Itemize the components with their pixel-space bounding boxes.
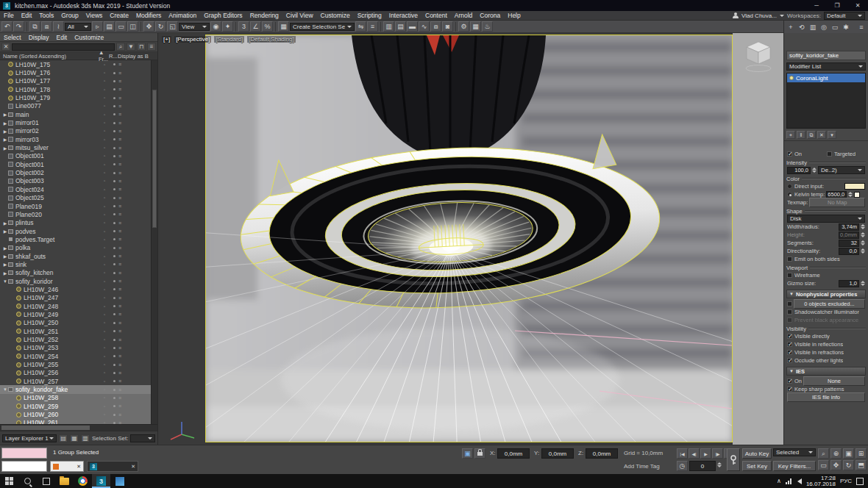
display-mode-cell[interactable]: ≡ xyxy=(118,212,151,217)
display-column-header[interactable]: Display as B xyxy=(118,53,150,60)
renderable-toggle[interactable] xyxy=(110,155,118,157)
frozen-toggle[interactable]: ▫ xyxy=(99,404,110,409)
renderable-toggle[interactable] xyxy=(110,213,118,215)
menu-scripting[interactable]: Scripting xyxy=(354,12,385,19)
menu-views[interactable]: Views xyxy=(82,12,107,19)
percent-snap-icon[interactable]: % xyxy=(262,21,273,32)
start-button[interactable] xyxy=(0,474,18,488)
use-pivot-point-center-icon[interactable]: ◉ xyxy=(210,21,221,32)
checkbox-visible-in-refractions[interactable]: Visible in refractions xyxy=(787,349,844,356)
renderable-toggle[interactable] xyxy=(110,372,118,374)
display-mode-cell[interactable]: ≡ xyxy=(118,295,151,301)
value-field[interactable]: 6500,0 xyxy=(826,191,847,198)
tree-row-plane020[interactable]: Plane020▫≡ xyxy=(0,210,151,218)
value-field[interactable]: 0,0mm xyxy=(839,232,859,239)
renderable-toggle[interactable] xyxy=(110,280,118,282)
display-mode-cell[interactable]: ≡ xyxy=(118,229,151,234)
vertical-scrollbar[interactable] xyxy=(151,60,157,424)
key-selection-dropdown[interactable]: Selected xyxy=(773,448,816,456)
lock-explorer-icon[interactable]: ⊓ xyxy=(137,43,146,51)
display-mode-cell[interactable]: ≡ xyxy=(118,179,151,184)
display-mode-cell[interactable]: ≡ xyxy=(118,104,151,109)
frozen-toggle[interactable]: ▫ xyxy=(99,229,110,234)
frozen-toggle[interactable]: ▫ xyxy=(99,270,110,275)
reference-coordinate-system-dropdown[interactable]: View xyxy=(179,23,210,31)
close-icon[interactable]: ✕ xyxy=(131,464,135,470)
menu-rendering[interactable]: Rendering xyxy=(246,12,282,19)
renderable-toggle[interactable] xyxy=(110,113,118,115)
render-production-icon[interactable]: ♨ xyxy=(482,21,493,32)
named-selection-sets-dropdown[interactable]: Create Selection Se xyxy=(290,23,355,31)
display-mode-cell[interactable]: ≡ xyxy=(118,146,151,151)
play-button[interactable]: ▶ xyxy=(700,448,711,459)
frozen-toggle[interactable]: ▫ xyxy=(99,237,110,242)
expand-icon[interactable]: ▶ xyxy=(2,129,8,134)
renderable-toggle[interactable] xyxy=(110,205,118,207)
checkbox-on[interactable]: On xyxy=(787,378,802,384)
spinner[interactable] xyxy=(861,281,865,286)
tree-row-lh10w-175[interactable]: LH10W_175▫≡ xyxy=(0,60,151,68)
select-and-manipulate-icon[interactable]: ✦ xyxy=(222,21,233,32)
tree-row-lh10w-259[interactable]: LH10W_259▫≡ xyxy=(0,402,151,410)
explorer-footer-icon-1[interactable]: ▤ xyxy=(59,434,68,442)
scrollbar-thumb[interactable] xyxy=(152,90,157,228)
user-name[interactable]: Vlad Chuva... xyxy=(741,12,777,19)
value-field[interactable]: 1,0 xyxy=(839,280,859,287)
tree-row-mirror03[interactable]: ▶mirror03▫≡ xyxy=(0,135,151,143)
frozen-toggle[interactable]: ▫ xyxy=(99,279,110,284)
tree-row-lh10w-255[interactable]: LH10W_255▫≡ xyxy=(0,360,151,368)
explorer-menu-display[interactable]: Display xyxy=(25,34,53,41)
tree-row-plintus[interactable]: ▶plintus▫≡ xyxy=(0,219,151,227)
clear-search-icon[interactable]: ✕ xyxy=(1,43,10,51)
coord-y-field[interactable]: 0,0mm xyxy=(541,448,574,459)
selection-filter-dropdown[interactable]: All xyxy=(65,23,91,31)
renderable-toggle[interactable] xyxy=(110,389,118,391)
intensity-units-dropdown[interactable]: De..2) xyxy=(818,166,865,174)
view-cube[interactable] xyxy=(742,39,775,74)
snaps-toggle-icon[interactable]: 3 xyxy=(238,21,249,32)
frozen-toggle[interactable]: ▫ xyxy=(99,104,110,108)
checkbox-occlude-other-lights[interactable]: Occlude other lights xyxy=(787,357,843,364)
tree-row-sink[interactable]: ▶sink▫≡ xyxy=(0,260,151,268)
chrome-icon[interactable] xyxy=(74,474,92,488)
renderable-toggle[interactable] xyxy=(110,355,118,357)
horizontal-scrollbar[interactable] xyxy=(0,424,157,431)
spinner[interactable] xyxy=(861,248,865,254)
frozen-toggle[interactable]: ▫ xyxy=(99,212,110,217)
menu-customize[interactable]: Customize xyxy=(317,12,354,19)
display-mode-cell[interactable]: ≡ xyxy=(118,87,151,92)
menu-arnold[interactable]: Arnold xyxy=(451,12,477,19)
frozen-toggle[interactable]: ▫ xyxy=(99,412,110,417)
frozen-toggle[interactable]: ▫ xyxy=(99,354,110,359)
tree-row-lh10w-176[interactable]: LH10W_176▫≡ xyxy=(0,68,151,76)
renderable-toggle[interactable] xyxy=(110,247,118,249)
renderable-toggle[interactable] xyxy=(110,414,118,416)
explorer-settings-icon[interactable]: ≡ xyxy=(147,43,156,51)
isolate-selection-toggle[interactable]: ▣ xyxy=(462,448,473,459)
display-mode-cell[interactable]: ≡ xyxy=(118,187,151,192)
tree-row-lh10w-257[interactable]: LH10W_257▫≡ xyxy=(0,377,151,385)
taskbar-clock[interactable]: 17:2816.07.2018 xyxy=(806,476,836,487)
frozen-toggle[interactable]: ▫ xyxy=(99,179,110,183)
tree-row-mirror02[interactable]: ▶mirror02▫≡ xyxy=(0,127,151,135)
3dsmax-taskbar-icon[interactable]: 3 xyxy=(92,474,110,488)
checkbox-on[interactable]: On xyxy=(787,151,825,157)
expand-icon[interactable]: ▼ xyxy=(2,387,8,392)
menu-help[interactable]: Help xyxy=(504,12,524,19)
frozen-toggle[interactable]: ▫ xyxy=(99,370,110,375)
frozen-toggle[interactable]: ▫ xyxy=(99,220,110,225)
renderable-toggle[interactable] xyxy=(110,88,118,90)
expand-icon[interactable]: ▶ xyxy=(2,220,8,226)
display-mode-cell[interactable]: ≡ xyxy=(118,354,151,359)
close-icon[interactable]: ✕ xyxy=(77,464,81,470)
set-keys-button[interactable] xyxy=(727,448,740,471)
notification-center-icon[interactable] xyxy=(856,478,864,485)
tree-row-lh10w-260[interactable]: LH10W_260▫≡ xyxy=(0,410,151,418)
frozen-toggle[interactable]: ▫ xyxy=(99,387,110,392)
renderable-toggle[interactable] xyxy=(110,105,118,107)
display-mode-cell[interactable]: ≡ xyxy=(118,96,151,101)
renderable-toggle[interactable] xyxy=(110,238,118,240)
display-mode-cell[interactable]: ≡ xyxy=(118,312,151,317)
select-object-icon[interactable]: ▹ xyxy=(92,21,103,32)
add-time-tag[interactable]: Add Time Tag xyxy=(624,463,660,470)
